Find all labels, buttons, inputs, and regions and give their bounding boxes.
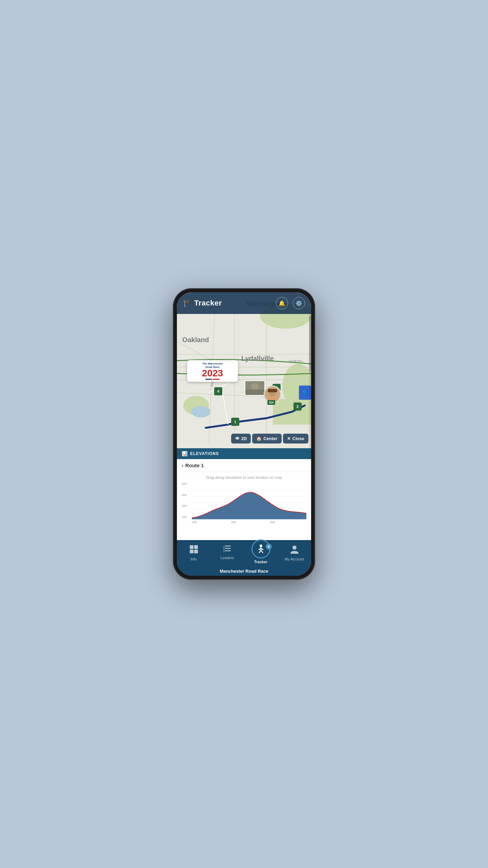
y-label-200: 200'	[182, 515, 187, 519]
svg-text:3: 3	[223, 550, 225, 552]
map-area: 🏴 Tracker 🔔 ⚙️	[177, 292, 311, 448]
nav-item-my-account[interactable]: My Account	[278, 544, 311, 565]
header-left: 🏴 Tracker	[183, 299, 222, 308]
race-logo-year: 2023	[190, 369, 235, 378]
y-label-400: 400'	[182, 493, 187, 497]
my-account-icon	[290, 545, 299, 556]
race-logo-map: The Manchester Road Race 2023	[187, 360, 238, 382]
marker-4[interactable]: 4	[214, 387, 222, 395]
nav-item-info[interactable]: Info	[177, 544, 210, 565]
svg-rect-40	[225, 548, 231, 549]
bar-chart-icon: 📊	[182, 451, 187, 456]
settings-button[interactable]: ⚙️	[293, 297, 305, 309]
header-controls: 🔔 ⚙️	[276, 297, 305, 309]
phone-frame: 🏴 Tracker 🔔 ⚙️	[173, 288, 315, 580]
leaders-icon: 1 2 3	[223, 545, 232, 554]
svg-rect-42	[225, 550, 231, 551]
content-spacer	[177, 528, 311, 540]
marker-2[interactable]: 2	[293, 402, 302, 411]
nav-label-leaders: Leaders	[221, 556, 234, 560]
close-icon: ✕	[287, 436, 291, 441]
nav-item-tracker[interactable]: 4 Tracker	[244, 544, 278, 565]
nav-label-info: Info	[190, 557, 197, 561]
map-controls: 👁 2D 🏠 Center ✕ Close	[231, 434, 308, 443]
svg-rect-36	[194, 550, 198, 553]
runner-badge: EH	[267, 400, 275, 405]
flag-icon: 🏴	[183, 299, 191, 307]
svg-rect-38	[225, 546, 231, 547]
svg-text:4Mi: 4Mi	[270, 520, 275, 524]
y-label-300: 300'	[182, 504, 187, 508]
eye-icon: 👁	[235, 436, 240, 441]
race-footer: Manchester Road Race	[177, 567, 311, 576]
svg-line-46	[261, 550, 263, 553]
bottom-nav: Info 1 2 3 Leaders	[177, 540, 311, 567]
notification-button[interactable]: 🔔	[276, 297, 288, 309]
svg-rect-33	[190, 545, 194, 549]
chart-y-labels: 500' 400' 300' 200'	[182, 482, 187, 526]
svg-point-49	[292, 546, 297, 550]
center-button[interactable]: 🏠 Center	[252, 434, 281, 443]
route-label: Route 1	[185, 462, 204, 468]
svg-line-45	[259, 550, 261, 553]
app-title: Tracker	[194, 299, 222, 308]
close-button[interactable]: ✕ Close	[283, 434, 308, 443]
chart-hint: Drag along elevations to view location o…	[182, 475, 306, 479]
nav-item-leaders[interactable]: 1 2 3 Leaders	[210, 544, 244, 565]
home-icon: 🏠	[256, 436, 262, 441]
svg-rect-35	[190, 550, 194, 553]
chart-container: Drag along elevations to view location o…	[177, 472, 311, 528]
svg-rect-19	[245, 390, 264, 395]
phone-screen: 🏴 Tracker 🔔 ⚙️	[177, 292, 311, 576]
elevation-chart-svg: 0Mi 2Mi 4Mi	[192, 482, 306, 526]
race-name: Manchester Road Race	[220, 569, 268, 574]
elevations-title: ELEVATIONS	[190, 451, 219, 456]
svg-point-5	[191, 406, 210, 418]
app-header: 🏴 Tracker 🔔 ⚙️	[177, 292, 311, 314]
svg-rect-24	[268, 389, 277, 392]
route-chevron-icon: ›	[182, 463, 183, 468]
svg-text:2Mi: 2Mi	[231, 520, 236, 524]
svg-point-43	[260, 545, 262, 547]
route-section[interactable]: › Route 1	[177, 459, 311, 472]
map-scrollbar-thumb	[309, 316, 311, 372]
svg-text:0Mi: 0Mi	[192, 520, 197, 524]
chart-wrap[interactable]: 500' 400' 300' 200'	[182, 482, 306, 526]
svg-point-18	[251, 383, 259, 390]
nav-label-my-account: My Account	[285, 557, 304, 561]
map-scrollbar[interactable]	[309, 309, 311, 448]
svg-rect-34	[194, 545, 198, 549]
nav-label-tracker: Tracker	[254, 560, 267, 564]
info-icon	[189, 545, 198, 556]
map-photo-thumbnail	[245, 380, 265, 396]
map-background[interactable]: Windermere Oakland Lydallville Summit St…	[177, 292, 311, 448]
tracker-badge: 4	[266, 544, 272, 550]
elevations-header: 📊 ELEVATIONS	[177, 448, 311, 459]
y-label-500: 500'	[182, 482, 187, 486]
marker-1[interactable]: 1	[231, 418, 239, 426]
2d-button[interactable]: 👁 2D	[231, 434, 251, 443]
